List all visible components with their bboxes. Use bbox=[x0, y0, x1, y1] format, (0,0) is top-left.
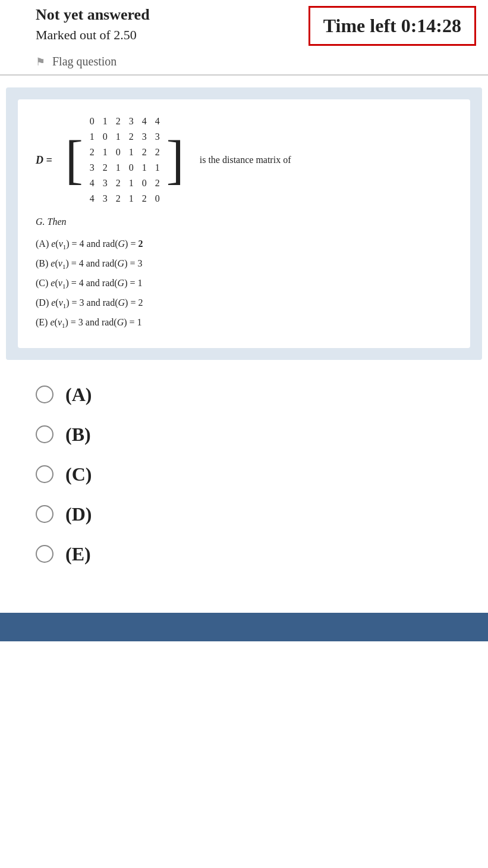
option-C: (C) e(v1) = 4 and rad(G) = 1 bbox=[36, 275, 452, 292]
graph-label-text: G. Then bbox=[36, 217, 67, 227]
matrix-cell: 2 bbox=[151, 175, 164, 191]
matrix-cell: 1 bbox=[112, 129, 125, 145]
matrix-grid: 012344101233210122321011432102432120 bbox=[86, 114, 164, 206]
matrix-cell: 1 bbox=[125, 175, 138, 191]
matrix-cell: 2 bbox=[86, 144, 99, 160]
option-E: (E) e(v1) = 3 and rad(G) = 1 bbox=[36, 314, 452, 331]
not-answered-text: Not yet answered bbox=[36, 6, 150, 24]
choice-label-C: (C) bbox=[65, 463, 92, 485]
matrix-cell: 4 bbox=[151, 113, 164, 129]
matrix-section: D = [ 0123441012332101223210114321024321… bbox=[36, 114, 452, 206]
matrix-cell: 1 bbox=[99, 113, 112, 129]
matrix-cell: 0 bbox=[138, 175, 151, 191]
choice-label-E: (E) bbox=[65, 543, 91, 565]
flag-question-button[interactable]: ⚑ Flag question bbox=[36, 55, 150, 68]
matrix-cell: 3 bbox=[99, 190, 112, 206]
radio-D[interactable] bbox=[36, 505, 53, 523]
radio-C[interactable] bbox=[36, 465, 53, 483]
flag-icon: ⚑ bbox=[36, 55, 45, 68]
choice-label-D: (D) bbox=[65, 503, 92, 525]
matrix-cell: 3 bbox=[151, 129, 164, 145]
choice-row-B[interactable]: (B) bbox=[36, 424, 452, 446]
bottom-nav bbox=[0, 613, 488, 641]
options-list: (A) e(v1) = 4 and rad(G) = 2 (B) e(v1) =… bbox=[36, 236, 452, 331]
matrix-cell: 2 bbox=[125, 129, 138, 145]
radio-B[interactable] bbox=[36, 425, 53, 443]
matrix-cell: 1 bbox=[86, 129, 99, 145]
choice-row-A[interactable]: (A) bbox=[36, 384, 452, 406]
option-B: (B) e(v1) = 4 and rad(G) = 3 bbox=[36, 255, 452, 272]
matrix-cell: 4 bbox=[86, 190, 99, 206]
question-card: D = [ 0123441012332101223210114321024321… bbox=[18, 99, 470, 348]
matrix-cell: 2 bbox=[151, 144, 164, 160]
matrix-cell: 1 bbox=[138, 159, 151, 176]
matrix-cell: 2 bbox=[112, 175, 125, 191]
top-bar: Not yet answered Marked out of 2.50 ⚑ Fl… bbox=[0, 0, 488, 76]
matrix-cell: 4 bbox=[86, 175, 99, 191]
matrix-cell: 2 bbox=[138, 190, 151, 206]
marked-out-text: Marked out of 2.50 bbox=[36, 27, 150, 43]
answer-choices: (A) (B) (C) (D) (E) bbox=[0, 372, 488, 577]
matrix-cell: 0 bbox=[112, 144, 125, 160]
choice-label-A: (A) bbox=[65, 384, 92, 406]
bracket-right: ] bbox=[166, 133, 184, 187]
flag-label: Flag question bbox=[52, 55, 117, 68]
matrix-description: is the distance matrix of bbox=[200, 152, 291, 168]
choice-row-D[interactable]: (D) bbox=[36, 503, 452, 525]
bracket-left: [ bbox=[65, 133, 83, 187]
matrix-label: D = bbox=[36, 151, 52, 170]
matrix-cell: 1 bbox=[125, 144, 138, 160]
matrix-wrapper: [ 012344101233210122321011432102432120 ] bbox=[65, 114, 184, 206]
radio-A[interactable] bbox=[36, 386, 53, 403]
matrix-cell: 3 bbox=[138, 129, 151, 145]
matrix-cell: 1 bbox=[112, 159, 125, 176]
matrix-cell: 2 bbox=[99, 159, 112, 176]
matrix-cell: 3 bbox=[125, 113, 138, 129]
timer-box: Time left 0:14:28 bbox=[308, 6, 476, 46]
matrix-cell: 2 bbox=[112, 113, 125, 129]
matrix-cell: 0 bbox=[125, 159, 138, 176]
matrix-cell: 1 bbox=[125, 190, 138, 206]
matrix-cell: 2 bbox=[138, 144, 151, 160]
matrix-cell: 4 bbox=[138, 113, 151, 129]
status-section: Not yet answered Marked out of 2.50 ⚑ Fl… bbox=[36, 6, 150, 68]
choice-label-B: (B) bbox=[65, 424, 91, 446]
matrix-cell: 3 bbox=[86, 159, 99, 176]
choice-row-C[interactable]: (C) bbox=[36, 463, 452, 485]
question-area: D = [ 0123441012332101223210114321024321… bbox=[6, 87, 482, 360]
matrix-cell: 2 bbox=[112, 190, 125, 206]
matrix-cell: 1 bbox=[99, 144, 112, 160]
option-D: (D) e(v1) = 3 and rad(G) = 2 bbox=[36, 294, 452, 312]
matrix-cell: 3 bbox=[99, 175, 112, 191]
option-A: (A) e(v1) = 4 and rad(G) = 2 bbox=[36, 236, 452, 253]
matrix-cell: 1 bbox=[151, 159, 164, 176]
matrix-cell: 0 bbox=[151, 190, 164, 206]
graph-label: G. Then bbox=[36, 214, 452, 230]
matrix-cell: 0 bbox=[99, 129, 112, 145]
choice-row-E[interactable]: (E) bbox=[36, 543, 452, 565]
matrix-cell: 0 bbox=[86, 113, 99, 129]
radio-E[interactable] bbox=[36, 545, 53, 563]
